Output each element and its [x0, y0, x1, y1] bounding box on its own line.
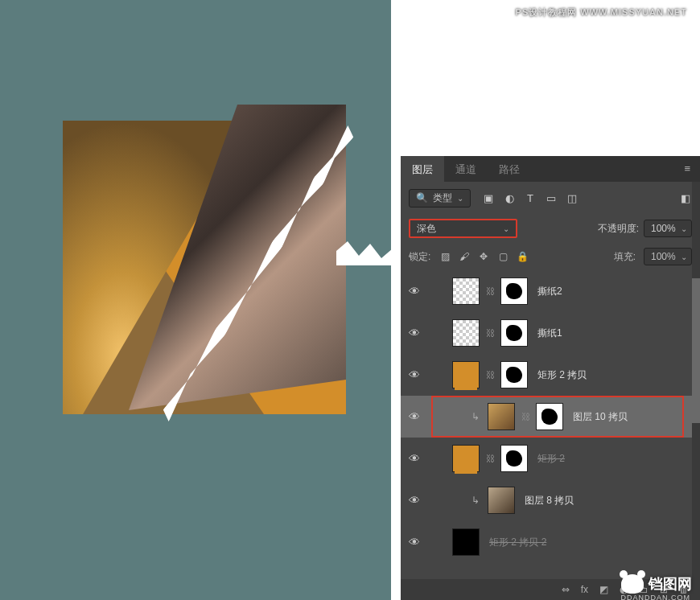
clip-indicator-icon: ↳	[470, 495, 481, 506]
search-icon: 🔍	[416, 192, 428, 203]
filter-type-dropdown[interactable]: 🔍 类型 ⌄	[409, 189, 471, 208]
chevron-down-icon: ⌄	[681, 224, 687, 233]
layer-name[interactable]: 矩形 2	[537, 452, 565, 466]
layer-mask-thumbnail[interactable]	[500, 319, 528, 347]
mask-link-icon[interactable]: ⛓	[486, 370, 494, 380]
chevron-down-icon: ⌄	[457, 194, 463, 203]
chevron-down-icon: ⌄	[503, 224, 509, 233]
mask-link-icon[interactable]: ⛓	[521, 412, 529, 421]
layer-mask-thumbnail[interactable]	[536, 403, 563, 430]
fx-icon[interactable]: fx	[581, 584, 588, 595]
layer-thumbnail[interactable]	[452, 528, 480, 556]
watermark-bottom-sub: DDANDDAN.COM	[620, 594, 690, 600]
layer-name[interactable]: 撕纸2	[537, 285, 562, 298]
layer-mask-thumbnail[interactable]	[500, 361, 528, 388]
layer-thumbnail[interactable]	[488, 403, 515, 430]
blend-mode-dropdown[interactable]: 深色 ⌄	[409, 219, 517, 238]
layer-name[interactable]: 撕纸1	[537, 327, 562, 340]
visibility-toggle-icon[interactable]: 👁	[407, 494, 422, 507]
filter-type-icon[interactable]: T	[524, 191, 537, 204]
watermark-logo-icon	[621, 574, 644, 594]
canvas-area[interactable]	[0, 0, 391, 600]
watermark-bottom-text: 铛图网	[649, 574, 692, 594]
layer-row[interactable]: 👁⛓撕纸2	[401, 270, 700, 312]
scrollbar-thumb[interactable]	[692, 278, 700, 423]
panel-menu-icon[interactable]: ≡	[674, 156, 700, 182]
layer-name[interactable]: 矩形 2 拷贝 2	[489, 536, 546, 549]
watermark-bottom: 铛图网	[621, 574, 692, 594]
blend-mode-value: 深色	[417, 222, 436, 236]
tab-layers[interactable]: 图层	[401, 156, 444, 182]
layer-name[interactable]: 图层 8 拷贝	[525, 494, 574, 508]
filter-adjust-icon[interactable]: ◐	[503, 191, 516, 204]
layers-list: 👁⛓撕纸2👁⛓撕纸1👁⛓矩形 2 拷贝👁↳⛓图层 10 拷贝👁⛓矩形 2👁↳图层…	[401, 270, 700, 563]
opacity-dropdown[interactable]: 100% ⌄	[644, 220, 692, 237]
layer-thumbnail[interactable]	[488, 487, 515, 514]
layer-name[interactable]: 图层 10 拷贝	[573, 410, 628, 424]
lock-all-icon[interactable]: 🔒	[516, 250, 529, 263]
filter-icons: ▣ ◐ T ▭ ◫	[482, 191, 579, 204]
visibility-toggle-icon[interactable]: 👁	[407, 452, 422, 465]
lock-artboard-icon[interactable]: ▢	[496, 250, 509, 263]
lock-move-icon[interactable]: ✥	[477, 250, 490, 263]
lock-row: 锁定: ▨ 🖌 ✥ ▢ 🔒 填充: 100% ⌄	[401, 243, 700, 270]
watermark-top: PS设计教程网 WWW.MISSYUAN.NET	[516, 6, 687, 18]
mask-link-icon[interactable]: ⛓	[486, 328, 494, 338]
fill-value: 100%	[651, 251, 676, 262]
lock-trans-icon[interactable]: ▨	[439, 250, 451, 263]
layer-thumbnail[interactable]	[452, 445, 480, 472]
filter-toggle-icon[interactable]: ◧	[679, 191, 692, 204]
layer-row[interactable]: 👁矩形 2 拷贝 2	[401, 521, 700, 563]
layer-row[interactable]: 👁↳⛓图层 10 拷贝	[401, 396, 700, 438]
filter-smart-icon[interactable]: ◫	[566, 191, 579, 204]
layer-thumbnail[interactable]	[452, 319, 480, 347]
layers-panel: 图层 通道 路径 ≡ 🔍 类型 ⌄ ▣ ◐ T ▭ ◫ ◧ 深色 ⌄ 不透明度:…	[401, 156, 700, 600]
visibility-toggle-icon[interactable]: 👁	[407, 327, 422, 339]
tab-channels[interactable]: 通道	[444, 156, 488, 182]
mask-link-icon[interactable]: ⛓	[486, 286, 494, 296]
filter-shape-icon[interactable]: ▭	[545, 191, 558, 204]
torn-paper-edge-2	[336, 241, 393, 265]
layer-row[interactable]: 👁⛓矩形 2 拷贝	[401, 354, 700, 396]
layer-row[interactable]: 👁⛓矩形 2	[401, 438, 700, 479]
layer-thumbnail[interactable]	[452, 361, 480, 388]
link-layers-icon[interactable]: ⇔	[562, 584, 570, 595]
panel-tabs: 图层 通道 路径 ≡	[401, 156, 700, 182]
layer-row[interactable]: 👁⛓撕纸1	[401, 312, 700, 354]
visibility-toggle-icon[interactable]: 👁	[407, 410, 422, 423]
visibility-toggle-icon[interactable]: 👁	[407, 536, 422, 549]
artwork-composition	[63, 121, 346, 414]
tab-paths[interactable]: 路径	[488, 156, 531, 182]
blend-row: 深色 ⌄ 不透明度: 100% ⌄	[401, 214, 700, 243]
lock-brush-icon[interactable]: 🖌	[458, 250, 471, 263]
layer-mask-thumbnail[interactable]	[500, 445, 528, 472]
filter-row: 🔍 类型 ⌄ ▣ ◐ T ▭ ◫ ◧	[401, 182, 700, 214]
scrollbar[interactable]	[692, 182, 700, 579]
layer-thumbnail[interactable]	[452, 277, 480, 305]
mask-link-icon[interactable]: ⛓	[486, 454, 494, 463]
lock-label: 锁定:	[409, 250, 430, 264]
opacity-value: 100%	[651, 223, 676, 234]
add-mask-icon[interactable]: ◩	[599, 584, 608, 595]
chevron-down-icon: ⌄	[681, 253, 687, 261]
lock-icons: ▨ 🖌 ✥ ▢ 🔒	[439, 250, 529, 263]
layer-name[interactable]: 矩形 2 拷贝	[537, 368, 587, 382]
visibility-toggle-icon[interactable]: 👁	[407, 285, 422, 298]
filter-pixel-icon[interactable]: ▣	[482, 191, 495, 204]
layer-mask-thumbnail[interactable]	[500, 277, 528, 305]
visibility-toggle-icon[interactable]: 👁	[407, 368, 422, 381]
fill-dropdown[interactable]: 100% ⌄	[644, 248, 692, 265]
opacity-label: 不透明度:	[598, 222, 639, 236]
layer-row[interactable]: 👁↳图层 8 拷贝	[401, 479, 700, 521]
filter-label: 类型	[433, 191, 452, 205]
clip-indicator-icon: ↳	[470, 411, 481, 422]
fill-label: 填充:	[614, 250, 636, 264]
